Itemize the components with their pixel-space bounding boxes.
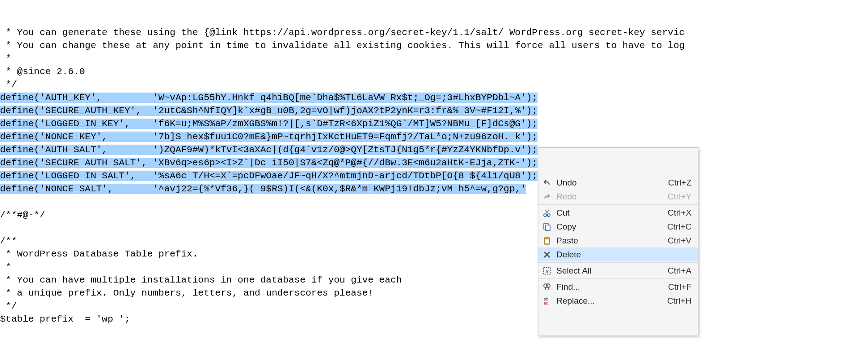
- redo-icon: [541, 191, 553, 203]
- code-line[interactable]: [0, 195, 868, 208]
- menu-item-label: Undo: [556, 176, 668, 190]
- code-line[interactable]: * You can change these at any point in t…: [0, 39, 868, 52]
- code-line[interactable]: define('NONCE_KEY', '7b]S_hex$fuu1C0?mE&…: [0, 130, 868, 143]
- svg-rect-6: [545, 239, 549, 243]
- menu-separator: [538, 278, 698, 279]
- code-line[interactable]: * You can have multiple installations in…: [0, 274, 868, 287]
- menu-separator: [538, 204, 698, 205]
- find-icon: [541, 281, 553, 293]
- replace-icon: abac: [541, 295, 553, 307]
- svg-text:ac: ac: [544, 301, 548, 305]
- code-line[interactable]: * @since 2.6.0: [0, 65, 868, 78]
- paste-icon: [541, 235, 553, 247]
- code-line[interactable]: define('NONCE_SALT', '^avj22={%*Vf36,}(_…: [0, 182, 868, 195]
- menu-separator: [538, 262, 698, 263]
- code-line[interactable]: [0, 221, 868, 234]
- code-line[interactable]: /**#@-*/: [0, 208, 868, 221]
- undo-icon: [541, 177, 553, 189]
- code-line[interactable]: define('SECURE_AUTH_SALT', 'XBv6q>es6p><…: [0, 156, 868, 169]
- menu-item-label: Select All: [556, 264, 668, 278]
- menu-item-shortcut: Ctrl+V: [668, 234, 692, 247]
- code-line[interactable]: */: [0, 300, 868, 313]
- code-line[interactable]: *: [0, 261, 868, 274]
- menu-item-shortcut: Ctrl+C: [667, 220, 692, 234]
- menu-item-undo[interactable]: UndoCtrl+Z: [538, 176, 698, 190]
- code-line[interactable]: *: [0, 52, 868, 65]
- code-line[interactable]: define('LOGGED_IN_KEY', 'f6K=u;M%S%aP/zm…: [0, 117, 868, 130]
- menu-item-label: Replace...: [556, 294, 667, 308]
- menu-item-label: Paste: [556, 234, 668, 247]
- menu-item-find[interactable]: Find...Ctrl+F: [538, 280, 698, 294]
- code-line[interactable]: * WordPress Database Table prefix.: [0, 247, 868, 261]
- menu-item-select-all[interactable]: aSelect AllCtrl+A: [538, 264, 698, 278]
- svg-rect-5: [546, 237, 548, 238]
- menu-item-label: Cut: [556, 206, 668, 220]
- code-line[interactable]: define('LOGGED_IN_SALT', '%sA6c T/H<=X`=…: [0, 169, 868, 182]
- menu-item-copy[interactable]: CopyCtrl+C: [538, 220, 698, 234]
- svg-text:a: a: [546, 268, 548, 274]
- context-menu: UndoCtrl+ZRedoCtrl+YCutCtrl+XCopyCtrl+CP…: [538, 147, 698, 336]
- code-editor[interactable]: * You can generate these using the {@lin…: [0, 0, 868, 349]
- menu-item-shortcut: Ctrl+H: [667, 294, 692, 308]
- code-line[interactable]: define('AUTH_SALT', ')ZQAF9#W)*kTvI<3aXA…: [0, 143, 868, 156]
- menu-item-shortcut: Ctrl+F: [668, 280, 692, 294]
- menu-item-replace[interactable]: abacReplace...Ctrl+H: [538, 294, 698, 308]
- menu-item-label: Copy: [556, 220, 667, 234]
- code-line[interactable]: */: [0, 78, 868, 91]
- cut-icon: [541, 207, 553, 219]
- menu-item-label: Find...: [556, 280, 668, 294]
- menu-item-shortcut: Ctrl+A: [668, 264, 692, 278]
- menu-item-shortcut: Ctrl+Z: [668, 176, 692, 190]
- menu-item-shortcut: Ctrl+Y: [668, 190, 692, 203]
- menu-item-label: Delete: [556, 247, 692, 261]
- menu-item-shortcut: Ctrl+X: [668, 206, 692, 220]
- code-line[interactable]: /**: [0, 234, 868, 247]
- select-all-icon: a: [541, 265, 553, 277]
- copy-icon: [541, 221, 553, 233]
- code-line[interactable]: * You can generate these using the {@lin…: [0, 26, 868, 39]
- menu-item-paste[interactable]: PasteCtrl+V: [538, 234, 698, 247]
- menu-item-label: Redo: [556, 190, 668, 203]
- menu-item-cut[interactable]: CutCtrl+X: [538, 206, 698, 220]
- delete-icon: [541, 249, 553, 261]
- code-line[interactable]: define('SECURE_AUTH_KEY', '2utC&Sh^NfIQY…: [0, 104, 868, 117]
- code-line[interactable]: * a unique prefix. Only numbers, letters…: [0, 287, 868, 300]
- code-line[interactable]: define('AUTH_KEY', 'W~vAp:LG55hY.Hnkf q4…: [0, 91, 868, 104]
- svg-rect-3: [546, 225, 550, 230]
- menu-item-delete[interactable]: Delete: [538, 247, 698, 261]
- menu-item-redo: RedoCtrl+Y: [538, 190, 698, 203]
- code-line[interactable]: $table prefix = 'wp ';: [0, 313, 868, 326]
